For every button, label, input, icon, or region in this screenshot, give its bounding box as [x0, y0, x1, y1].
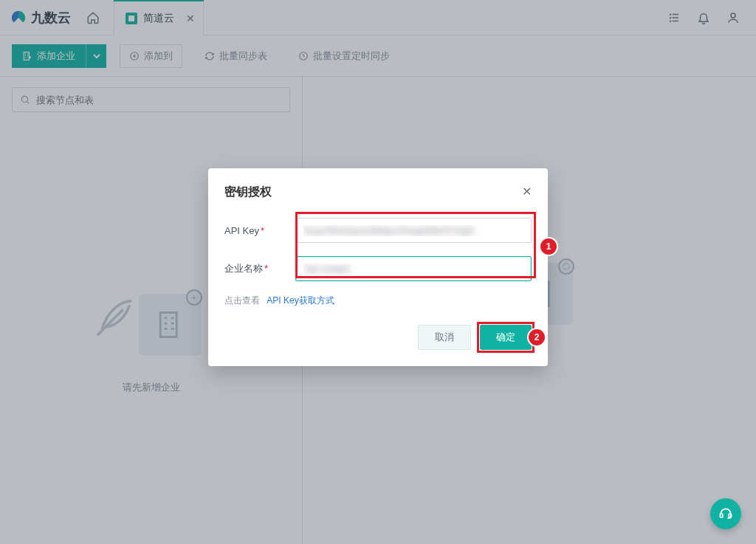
annotation-badge-2: 2 [529, 329, 545, 345]
confirm-wrap: 确定 [480, 325, 532, 350]
help-row: 点击查看 API Key获取方式 [224, 295, 532, 307]
api-key-label: API Key* [224, 225, 295, 236]
enterprise-name-row: 企业名称* [224, 256, 532, 281]
api-key-input[interactable] [295, 218, 532, 243]
cancel-button[interactable]: 取消 [418, 325, 471, 350]
enterprise-name-input[interactable] [295, 256, 532, 281]
dialog-title: 密钥授权 [224, 185, 532, 200]
help-text: 点击查看 [224, 295, 260, 306]
help-chat-fab[interactable] [710, 498, 741, 529]
dialog-close-button[interactable]: ✕ [522, 185, 532, 199]
api-key-row: API Key* [224, 218, 532, 243]
annotation-badge-1: 1 [540, 238, 557, 255]
dialog-footer: 取消 确定 2 [224, 325, 532, 350]
modal-overlay: 密钥授权 ✕ 1 API Key* 企业名称* 点击查看 API Key获取方式… [0, 0, 756, 544]
dialog-form: 1 API Key* 企业名称* 点击查看 API Key获取方式 [224, 218, 532, 307]
api-key-help-link[interactable]: API Key获取方式 [267, 295, 334, 306]
svg-rect-7 [721, 514, 723, 517]
confirm-button[interactable]: 确定 [480, 325, 532, 350]
key-auth-dialog: 密钥授权 ✕ 1 API Key* 企业名称* 点击查看 API Key获取方式… [208, 168, 548, 366]
enterprise-name-label: 企业名称* [224, 262, 295, 275]
headset-icon [718, 506, 733, 521]
